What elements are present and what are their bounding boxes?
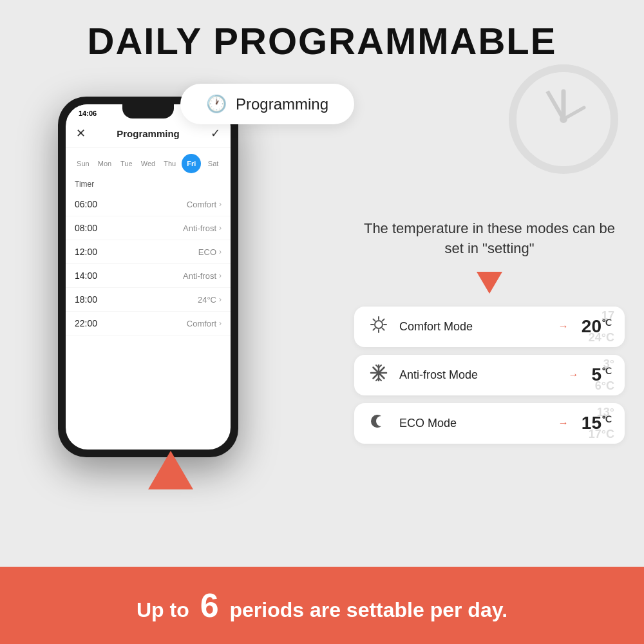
mode-ghost-bottom-1: 6°C [595,379,614,393]
schedule-mode: Comfort › [187,200,222,209]
programming-pill: 🕐 Programming [180,84,354,124]
clock-icon: 🕐 [206,94,227,114]
mode-label-0: Comfort Mode [399,320,549,334]
mode-arrow-1: → [568,369,578,381]
arrow-down [354,272,625,296]
mode-icon-2 [367,412,390,435]
bottom-text: Up to 6 periods are settable per day. [137,586,507,625]
mode-ghost-top-0: 17 [601,309,614,323]
mode-ghost-top-1: 3° [603,357,614,371]
schedule-item[interactable]: 18:00 24°C › [66,288,231,312]
bottom-text-before: Up to [137,598,189,621]
bottom-text-after: periods are settable per day. [229,598,507,621]
pill-label: Programming [236,95,328,113]
svg-line-11 [374,328,375,330]
confirm-button[interactable]: ✓ [211,126,220,140]
day-item-fri[interactable]: Fri [182,154,201,173]
phone-notch [122,104,174,118]
mode-ghost-bottom-0: 24°C [589,331,614,345]
schedule-chevron: › [219,271,222,280]
crescent-icon [370,412,388,430]
schedule-chevron: › [219,247,222,256]
schedule-chevron: › [219,200,222,209]
svg-line-1 [564,108,584,119]
clock-svg [516,72,611,166]
schedule-chevron: › [219,223,222,232]
schedule-mode: 24°C › [198,295,222,305]
mode-icon-0 [367,316,390,338]
mode-cards: Comfort Mode → 20℃ 17 24°C Anti-frost Mo… [354,307,625,444]
day-item-thu[interactable]: Thu [160,154,180,173]
schedule-item[interactable]: 08:00 Anti-frost › [66,216,231,240]
clock-graphic [509,64,618,174]
schedule-mode: Comfort › [187,319,222,328]
schedule-mode: Anti-frost › [183,223,222,233]
schedule-item[interactable]: 06:00 Comfort › [66,193,231,216]
app-header-title: Programming [117,128,180,139]
phone-frame: 14:06 ▲●● ✕ Programming ✓ SunMonTueWedTh… [58,97,238,457]
schedule-time: 08:00 [75,223,97,233]
main-container: DAILY PROGRAMMABLE 🕐 Programming 14:06 [0,0,644,644]
mode-arrow-0: → [558,321,569,332]
mode-icon-1 [367,364,390,386]
schedule-time: 12:00 [75,247,97,257]
schedule-mode: Anti-frost › [183,271,222,281]
svg-line-8 [374,319,375,321]
schedule-chevron: › [219,319,222,328]
timer-label: Timer [66,177,231,193]
days-row: SunMonTueWedThuFriSat [66,147,231,177]
day-item-sun[interactable]: Sun [73,154,93,173]
mode-label-1: Anti-frost Mode [399,368,559,382]
schedule-item[interactable]: 12:00 ECO › [66,240,231,264]
mode-card-2: ECO Mode → 15℃ 13° 17°C [354,403,625,444]
mode-card-1: Anti-frost Mode → 5℃ 3° 6°C [354,355,625,395]
phone-screen: 14:06 ▲●● ✕ Programming ✓ SunMonTueWedTh… [66,104,231,450]
bottom-text-number: 6 [200,587,219,624]
schedule-time: 18:00 [75,294,97,305]
svg-line-10 [383,319,384,321]
mode-arrow-2: → [558,417,569,429]
mode-card-0: Comfort Mode → 20℃ 17 24°C [354,307,625,347]
triangle-up-arrow [148,451,193,489]
schedule-chevron: › [219,295,222,304]
svg-point-3 [375,321,383,328]
day-item-tue[interactable]: Tue [117,154,136,173]
phone-container: 14:06 ▲●● ✕ Programming ✓ SunMonTueWedTh… [39,97,258,457]
schedule-item[interactable]: 14:00 Anti-frost › [66,264,231,288]
schedule-item[interactable]: 22:00 Comfort › [66,312,231,336]
schedule-list: 06:00 Comfort › 08:00 Anti-frost › 12:00… [66,193,231,336]
schedule-mode: ECO › [198,247,222,257]
day-item-mon[interactable]: Mon [95,154,115,173]
bottom-banner: Up to 6 periods are settable per day. [0,567,644,644]
snowflake-icon [370,364,388,382]
svg-point-2 [560,115,567,123]
schedule-time: 14:00 [75,270,97,281]
mode-ghost-bottom-2: 17°C [589,428,614,441]
info-description: The temperature in these modes can be se… [354,219,625,259]
close-button[interactable]: ✕ [76,126,86,140]
schedule-time: 06:00 [75,199,97,209]
phone-time: 14:06 [79,109,97,117]
day-item-wed[interactable]: Wed [138,154,158,173]
mode-ghost-top-2: 13° [597,406,614,419]
page-title: DAILY PROGRAMMABLE [26,19,618,62]
day-item-sat[interactable]: Sat [204,154,223,173]
arrow-down-icon [477,272,502,294]
mode-label-2: ECO Mode [399,417,549,430]
top-section: DAILY PROGRAMMABLE 🕐 Programming 14:06 [0,0,644,567]
svg-line-9 [383,328,384,330]
schedule-time: 22:00 [75,318,97,328]
sun-icon [370,316,388,334]
info-panel: The temperature in these modes can be se… [354,219,625,451]
